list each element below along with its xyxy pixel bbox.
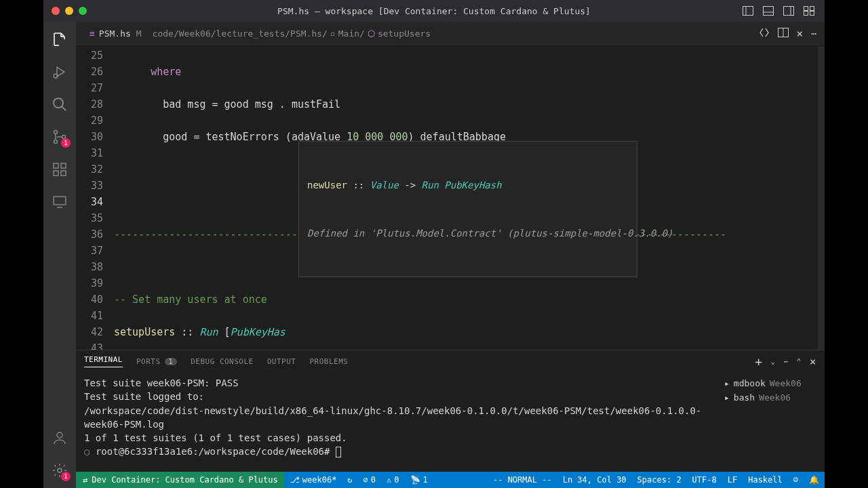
svg-line-12 — [62, 106, 66, 110]
layout-icon-2[interactable] — [761, 5, 776, 17]
run-debug-icon[interactable] — [50, 62, 69, 81]
radio-count[interactable]: 📡1 — [405, 475, 433, 485]
modified-indicator: M — [136, 28, 142, 39]
extensions-icon[interactable] — [50, 160, 69, 179]
haskell-file-icon: ≡ — [90, 28, 95, 39]
broadcast-icon: 📡 — [410, 475, 420, 485]
terminal-cursor — [336, 447, 341, 458]
svg-rect-2 — [764, 7, 774, 16]
error-icon: ⊘ — [363, 475, 368, 485]
svg-rect-17 — [54, 171, 58, 176]
encoding[interactable]: UTF-8 — [687, 475, 722, 485]
panel-tab-ports[interactable]: PORTS1 — [136, 357, 177, 366]
remote-explorer-icon[interactable] — [50, 192, 69, 211]
accounts-icon[interactable] — [50, 428, 69, 447]
warning-icon: ⚠ — [387, 475, 391, 485]
svg-point-22 — [57, 432, 62, 438]
svg-rect-7 — [810, 7, 814, 11]
sync-icon[interactable]: ↻ — [342, 475, 357, 485]
branch-icon: ⎇ — [290, 475, 300, 485]
minimize-window[interactable] — [65, 7, 73, 15]
git-branch[interactable]: ⎇week06* — [285, 475, 342, 485]
language-mode[interactable]: Haskell — [743, 475, 788, 485]
notifications-icon[interactable]: 🔔 — [804, 475, 825, 485]
titlebar: PSM.hs — workspace [Dev Container: Custo… — [43, 0, 825, 22]
compare-icon[interactable] — [759, 27, 770, 40]
svg-point-11 — [54, 98, 63, 108]
split-editor-icon[interactable] — [778, 28, 789, 39]
maximize-window[interactable] — [79, 7, 87, 15]
new-terminal-icon[interactable]: + — [755, 354, 762, 369]
settings-gear-icon[interactable]: 1 — [50, 461, 69, 480]
svg-rect-8 — [804, 12, 808, 16]
svg-rect-19 — [61, 163, 66, 168]
layout-icon-1[interactable] — [741, 5, 755, 17]
svg-rect-0 — [743, 7, 753, 16]
remote-indicator[interactable]: ⇄Dev Container: Custom Cardano & Plutus — [76, 472, 285, 488]
line-gutter: 25262728293031323334353637383940414243 — [76, 46, 114, 350]
breadcrumb[interactable]: code/Week06/lecture_tests/PSM.hs/ ▫ Main… — [153, 28, 431, 39]
panel-tab-terminal[interactable]: TERMINAL — [84, 355, 123, 367]
tab-psm[interactable]: ≡ PSM.hs M — [84, 28, 147, 39]
svg-point-23 — [58, 468, 62, 472]
code-area[interactable]: where bad msg = good msg . mustFail good… — [114, 46, 818, 350]
remote-icon: ⇄ — [83, 475, 87, 485]
terminal-item-bash[interactable]: ▸bash Week06 — [724, 390, 816, 405]
terminal-item-mdbook[interactable]: ▸mdbook Week06 — [724, 376, 816, 390]
feedback-icon[interactable]: ☺ — [788, 475, 804, 485]
svg-rect-18 — [61, 171, 66, 176]
warnings-count[interactable]: ⚠0 — [381, 475, 404, 485]
close-tab-icon[interactable]: × — [797, 27, 804, 40]
panel-tab-output[interactable]: OUTPUT — [267, 357, 296, 366]
close-panel-icon[interactable]: × — [810, 355, 816, 368]
svg-point-13 — [54, 131, 58, 134]
panel-more-icon[interactable]: ⋯ — [784, 357, 789, 366]
activity-bar: 1 1 — [43, 22, 76, 488]
layout-icon-4[interactable] — [802, 5, 816, 17]
more-icon[interactable]: ⋯ — [811, 28, 816, 39]
svg-rect-16 — [54, 163, 58, 168]
terminal-output[interactable]: Test suite week06-PSM: PASSTest suite lo… — [76, 372, 716, 472]
close-window[interactable] — [52, 7, 60, 15]
panel: TERMINAL PORTS1 DEBUG CONSOLE OUTPUT PRO… — [76, 350, 825, 472]
editor[interactable]: 25262728293031323334353637383940414243 w… — [76, 46, 825, 350]
svg-point-14 — [54, 140, 58, 144]
cursor-position[interactable]: Ln 34, Col 30 — [557, 475, 632, 485]
svg-rect-20 — [54, 197, 66, 205]
hover-tooltip: newUser :: Value -> Run PubKeyHash Defin… — [298, 141, 637, 277]
status-bar: ⇄Dev Container: Custom Cardano & Plutus … — [76, 472, 825, 488]
terminal-icon: ▸ — [724, 378, 730, 388]
tab-filename: PSM.hs — [99, 28, 131, 39]
tab-bar: ≡ PSM.hs M code/Week06/lecture_tests/PSM… — [76, 22, 825, 46]
source-control-icon[interactable]: 1 — [50, 127, 69, 146]
symbol-icon: ⬡ — [368, 28, 375, 39]
window-title: PSM.hs — workspace [Dev Container: Custo… — [277, 6, 591, 16]
indentation[interactable]: Spaces: 2 — [632, 475, 687, 485]
panel-tab-debug[interactable]: DEBUG CONSOLE — [191, 357, 254, 366]
minimap[interactable] — [818, 46, 825, 350]
svg-rect-4 — [784, 7, 794, 16]
vim-mode: -- NORMAL -- — [488, 475, 557, 485]
settings-badge: 1 — [61, 472, 71, 481]
layout-icon-3[interactable] — [781, 5, 796, 17]
errors-count[interactable]: ⊘0 — [358, 475, 381, 485]
svg-rect-6 — [804, 7, 808, 11]
panel-tab-problems[interactable]: PROBLEMS — [309, 357, 348, 366]
maximize-panel-icon[interactable]: ⌃ — [797, 357, 802, 366]
terminal-icon: ▸ — [724, 392, 730, 403]
terminal-dropdown-icon[interactable]: ⌄ — [770, 357, 775, 366]
file-icon: ▫ — [330, 28, 336, 39]
svg-rect-9 — [810, 12, 814, 16]
eol[interactable]: LF — [722, 475, 743, 485]
scm-badge: 1 — [61, 138, 71, 148]
explorer-icon[interactable] — [50, 30, 69, 49]
search-icon[interactable] — [50, 95, 69, 114]
terminal-list: ▸mdbook Week06 ▸bash Week06 — [716, 372, 825, 472]
